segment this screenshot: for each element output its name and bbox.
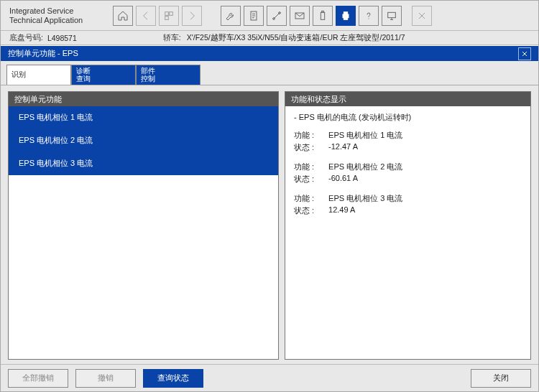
document-icon[interactable] [244,6,264,26]
tab-identify[interactable]: 识别 [6,65,71,85]
tab-label-2: 查询 [76,75,131,83]
status-group: 功能 :EPS 电机相位 1 电流 状态 :-12.47 A [294,130,522,153]
app-root: Integrated Service Technical Application… [0,0,539,392]
list-item[interactable]: EPS 电机相位 3 电流 [9,152,278,175]
state-label: 状态 : [294,174,328,185]
module-close-icon[interactable] [518,47,531,60]
svg-rect-13 [388,12,396,17]
left-pane-header: 控制单元功能 [9,92,278,106]
func-value: EPS 电机相位 1 电流 [328,130,522,141]
app-titles: Integrated Service Technical Application [5,5,113,25]
svg-rect-8 [322,11,324,12]
status-group: 功能 :EPS 电机相位 2 电流 状态 :-60.61 A [294,162,522,185]
svg-rect-2 [165,16,169,19]
footer: 全部撤销 撤销 查询状态 关闭 [1,364,538,391]
app-title-line1: Integrated Service [9,6,106,15]
tab-label-2: 控制 [141,75,195,83]
close-button[interactable]: 关闭 [471,369,531,388]
state-value: -60.61 A [328,174,522,185]
wrench-icon[interactable] [221,6,241,26]
main-area: 控制单元功能 EPS 电机相位 1 电流 EPS 电机相位 2 电流 EPS 电… [1,85,538,364]
left-pane-body: EPS 电机相位 1 电流 EPS 电机相位 2 电流 EPS 电机相位 3 电… [9,106,278,359]
func-value: EPS 电机相位 3 电流 [328,193,522,204]
state-label: 状态 : [294,142,328,153]
print-icon[interactable] [336,6,356,26]
left-fill [9,175,278,359]
vehicle-value: X'/F25/越野车/X3 35iX/N55/自动变速箱/EUR 左座驾驶型/2… [187,33,405,43]
tab-label: 诊断 [76,67,131,75]
tab-diagnosis-query[interactable]: 诊断 查询 [71,65,136,85]
func-label: 功能 : [294,162,328,172]
func-label: 功能 : [294,193,328,204]
undo-all-button[interactable]: 全部撤销 [8,369,68,388]
right-pane-body: - EPS 电机的电流 (发动机运转时) 功能 :EPS 电机相位 1 电流 状… [285,106,530,359]
undo-button[interactable]: 撤销 [75,369,136,388]
monitor-icon[interactable] [382,6,402,26]
plan-icon[interactable] [159,6,179,26]
function-list: EPS 电机相位 1 电流 EPS 电机相位 2 电流 EPS 电机相位 3 电… [9,106,278,175]
tab-strip: 识别 诊断 查询 部件 控制 [1,61,538,85]
state-value: -12.47 A [328,142,522,153]
module-title: 控制单元功能 - EPS [8,48,518,59]
tab-component-control[interactable]: 部件 控制 [136,65,201,85]
toolbar [113,6,534,26]
nav-forward-icon[interactable] [182,6,202,26]
left-pane: 控制单元功能 EPS 电机相位 1 电流 EPS 电机相位 2 电流 EPS 电… [8,91,279,360]
app-title-line2: Technical Application [9,16,106,24]
vehicle-info-row: 底盘号码: L498571 轿车: X'/F25/越野车/X3 35iX/N55… [1,31,538,45]
status-group: 功能 :EPS 电机相位 3 电流 状态 :12.49 A [294,193,522,216]
query-status-button[interactable]: 查询状态 [143,369,203,388]
mail-icon[interactable] [290,6,310,26]
help-icon[interactable] [359,6,379,26]
svg-rect-7 [321,12,324,19]
state-label: 状态 : [294,205,328,216]
func-label: 功能 : [294,130,328,141]
state-value: 12.49 A [328,205,522,216]
battery-icon[interactable] [313,6,333,26]
tab-label: 识别 [11,71,66,79]
svg-rect-11 [344,17,347,19]
svg-rect-10 [344,11,347,14]
nav-back-icon[interactable] [136,6,156,26]
right-pane-header: 功能和状态显示 [285,92,530,106]
svg-rect-9 [343,14,349,18]
tab-label: 部件 [141,67,195,75]
svg-rect-0 [165,11,169,15]
list-item[interactable]: EPS 电机相位 2 电流 [9,129,278,152]
module-title-bar: 控制单元功能 - EPS [1,45,538,61]
right-pane: 功能和状态显示 - EPS 电机的电流 (发动机运转时) 功能 :EPS 电机相… [285,91,531,360]
window-close-icon[interactable] [412,6,432,26]
svg-rect-1 [170,11,173,15]
chassis-value: L498571 [47,34,77,42]
svg-point-12 [368,18,369,19]
app-header: Integrated Service Technical Application [1,1,538,31]
func-value: EPS 电机相位 2 电流 [328,162,522,172]
vehicle-label: 轿车: [163,33,181,43]
chassis-label: 底盘号码: [9,33,43,43]
connector-icon[interactable] [267,6,287,26]
home-icon[interactable] [113,6,133,26]
status-title: - EPS 电机的电流 (发动机运转时) [294,112,522,123]
list-item[interactable]: EPS 电机相位 1 电流 [9,106,278,129]
